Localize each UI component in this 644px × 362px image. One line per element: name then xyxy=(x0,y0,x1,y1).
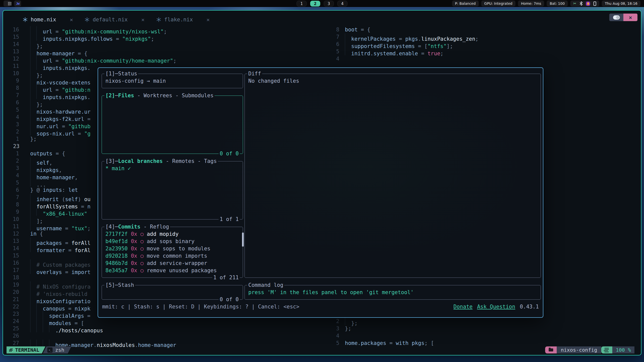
line-number: 7 xyxy=(3,194,24,201)
fire-tray-icon[interactable] xyxy=(586,2,590,6)
ask-question-link[interactable]: Ask Question xyxy=(477,303,515,310)
line-number: 2 xyxy=(333,318,342,325)
tab-filename: flake.nix xyxy=(164,17,193,23)
mode-label: TERMINAL xyxy=(15,347,39,353)
workspace-switcher: 1 2 3 4 xyxy=(297,1,347,7)
line-number: 6 xyxy=(3,99,24,106)
line-number: 24 xyxy=(3,318,24,325)
donate-link[interactable]: Donate xyxy=(454,303,473,310)
lazygit-status-panel[interactable]: [1]─Status nixos-config → main xyxy=(102,74,243,88)
lazygit-command-log-panel[interactable]: Command log press 'M' in the files panel… xyxy=(245,285,541,300)
workspace-button[interactable]: 4 xyxy=(337,1,347,7)
tab-close-icon[interactable]: × xyxy=(70,17,73,23)
commit-row[interactable]: 9486b7d 0x ○ add service-wrapper xyxy=(105,260,240,267)
line-number: 8 xyxy=(333,26,342,33)
lazygit-diff-panel[interactable]: Diff No changed files xyxy=(245,74,541,278)
line-number: 1 xyxy=(3,135,24,143)
line-number: 13 xyxy=(3,238,24,245)
line-number: 14 xyxy=(3,245,24,252)
lazygit-commits-panel[interactable]: [4]─Commits - Reflog 2717f2f 0x ○ add mo… xyxy=(102,227,243,278)
lazygit-branches-panel[interactable]: [3]─Local branches - Remotes - Tags * ma… xyxy=(102,161,243,219)
line-number: 13 xyxy=(3,48,24,55)
line-number: 7 xyxy=(333,33,342,41)
line-number: 8 xyxy=(3,201,24,208)
commit-row[interactable]: 2a23950 0x ○ move sops to modules xyxy=(105,245,240,252)
tab-close-icon[interactable]: × xyxy=(141,17,144,23)
line-number: 21 xyxy=(3,296,24,303)
workspace-button[interactable]: 3 xyxy=(324,1,334,7)
line-number: 5 xyxy=(333,340,342,347)
line-number: 2 xyxy=(3,157,24,165)
line-number: 12 xyxy=(3,230,24,238)
lazygit-stash-panel[interactable]: [5]─Stash 0 of 0 xyxy=(102,285,243,300)
zellij-logo-icon xyxy=(9,348,13,352)
code-line: 15inputs.nixpkgs.follows = "nixpkgs"; xyxy=(3,33,333,41)
lazygit-files-panel[interactable]: [2]─Files - Worktrees - Submodules 0 of … xyxy=(102,96,243,154)
list-lines-icon xyxy=(605,348,609,349)
line-number: 5 xyxy=(3,106,24,114)
panel-title: Command log xyxy=(248,282,283,289)
line-number: 10 xyxy=(3,70,24,77)
command-log-content: press 'M' in the files panel to open 'gi… xyxy=(245,285,541,296)
toggle-knob-icon xyxy=(613,15,620,20)
commits-scrollbar-thumb[interactable] xyxy=(242,233,244,247)
code-line: 24modules = [ xyxy=(3,318,333,325)
commit-list: 2717f2f 0x ○ add mopidyb49ef1d 0x ○ add … xyxy=(102,227,243,274)
line-number: 3 xyxy=(3,165,24,172)
stash-count: 0 of 0 xyxy=(219,296,240,303)
window-close-button[interactable]: × xyxy=(623,14,637,21)
line-number: 12 xyxy=(3,55,24,63)
code-line: 26 xyxy=(3,332,333,340)
editor-tab-bar: home.nix × xyxy=(3,11,641,25)
line-number: 18 xyxy=(3,274,24,281)
line-number: 23 xyxy=(3,143,24,150)
workspace-button[interactable]: 2 xyxy=(310,1,320,7)
repo-name-segment: nixos-config xyxy=(557,346,601,353)
line-number: 2 xyxy=(3,128,24,135)
logo-button[interactable]: JW xyxy=(14,1,21,7)
code-line: 25./hosts/canopus xyxy=(3,325,333,332)
line-number: 15 xyxy=(3,33,24,41)
phone-tray-icon[interactable] xyxy=(593,2,596,6)
line-number: 10 xyxy=(3,216,24,223)
right-pane-top-code: 8boot = {7kernelPackages = pkgs.linuxPac… xyxy=(333,26,641,63)
shell-tab-segment[interactable]: >_ zsh xyxy=(43,346,71,353)
status-pill: Bat: 100 xyxy=(547,1,568,7)
code-line: 8boot = { xyxy=(333,26,641,33)
panel-title: Local branches xyxy=(118,158,163,165)
tab-close-icon[interactable]: × xyxy=(207,17,210,23)
commits-count: 1 of 211 xyxy=(212,274,240,281)
editor-tab[interactable]: default.nix × xyxy=(85,17,156,23)
app-launcher-button[interactable] xyxy=(4,1,11,7)
line-number: 23 xyxy=(3,310,24,318)
line-number: 6 xyxy=(333,41,342,48)
panel-title: Diff xyxy=(248,70,261,77)
commit-row[interactable]: d920218 0x ○ move common imports xyxy=(105,252,240,260)
tab-filename: home.nix xyxy=(31,17,56,23)
line-number: 6 xyxy=(3,187,24,194)
status-pill: Home: 7ms xyxy=(518,1,544,7)
code-line: 3}; xyxy=(333,325,641,332)
line-number: 16 xyxy=(3,259,24,267)
line-number: 17 xyxy=(3,267,24,274)
window-toggle-button[interactable] xyxy=(609,14,623,21)
desktop-wallpaper: home.nix × xyxy=(0,7,644,362)
bluetooth-icon[interactable] xyxy=(580,1,583,6)
code-line: 2}; xyxy=(333,318,641,325)
line-number: 3 xyxy=(3,121,24,128)
commit-row[interactable]: 2717f2f 0x ○ add mopidy xyxy=(105,231,240,238)
scissors-tray-icon[interactable]: ✂ xyxy=(573,2,577,6)
line-number: 25 xyxy=(3,325,24,332)
editor-tab[interactable]: flake.nix × xyxy=(156,17,221,23)
commit-row[interactable]: b49ef1d 0x ○ add sops binary xyxy=(105,238,240,245)
code-line: 5home.packages = with pkgs; [ xyxy=(333,340,641,347)
commit-row[interactable]: 8e345a7 0x ○ remove unused packages xyxy=(105,267,240,274)
line-number: 4 xyxy=(3,172,24,179)
workspace-button[interactable]: 1 xyxy=(297,1,307,7)
editor-tab[interactable]: home.nix × xyxy=(23,17,85,23)
close-icon: × xyxy=(629,14,632,21)
shell-label: zsh xyxy=(55,347,64,353)
folder-icon xyxy=(549,348,553,351)
status-pill: P: Balanced xyxy=(452,1,479,7)
list-segment xyxy=(601,346,612,353)
